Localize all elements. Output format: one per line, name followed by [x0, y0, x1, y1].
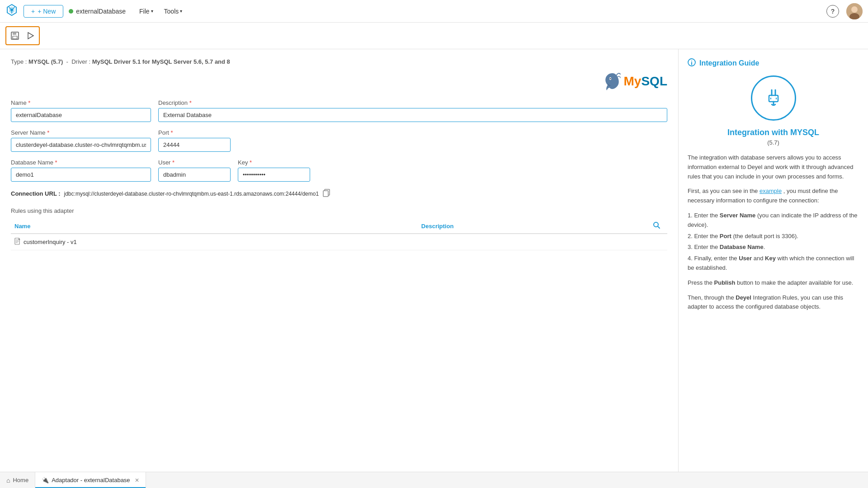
db-indicator: externalDatabase: [69, 8, 126, 15]
file-chevron-icon: ▾: [151, 9, 153, 14]
mysql-logo: MySQL: [601, 70, 667, 92]
status-dot: [69, 9, 73, 14]
help-button[interactable]: ?: [826, 5, 839, 18]
logo-icon[interactable]: [5, 4, 18, 19]
nav-menu: File ▾ Tools ▾: [135, 5, 187, 17]
server-name-label: Server Name *: [11, 129, 151, 136]
db-name-label: Database Name *: [11, 159, 151, 166]
tools-chevron-icon: ▾: [180, 9, 182, 14]
new-button[interactable]: + + New: [24, 5, 63, 18]
guide-title: Integration Guide: [699, 59, 759, 67]
db-name-label: externalDatabase: [76, 8, 126, 15]
form-row-1: Name * Description *: [11, 99, 667, 122]
key-input[interactable]: [238, 168, 310, 182]
tab-home-label: Home: [13, 477, 28, 483]
database-name-input[interactable]: [11, 168, 151, 182]
name-input[interactable]: [11, 108, 151, 122]
svg-line-13: [658, 226, 660, 228]
port-field: Port *: [158, 129, 231, 152]
nav-right: ?: [826, 3, 863, 19]
plug-icon: [762, 86, 785, 110]
file-menu[interactable]: File ▾: [135, 5, 158, 17]
server-name-input[interactable]: [11, 138, 151, 152]
tab-adapter-label: Adaptador - externalDatabase: [52, 477, 130, 483]
guide-para-2: First, as you can see in the example , y…: [688, 187, 859, 206]
port-label: Port *: [158, 129, 231, 136]
guide-steps: 1. Enter the Server Name (you can indica…: [688, 211, 859, 273]
save-button[interactable]: [7, 28, 23, 43]
search-rules-button[interactable]: [653, 222, 660, 230]
toolbar: [0, 23, 868, 49]
type-driver-line: Type : MYSQL (5.7) - Driver : MySQL Driv…: [11, 58, 667, 65]
mysql-logo-area: MySQL: [11, 70, 667, 92]
toolbar-group: [5, 26, 40, 45]
guide-step-3: 3. Enter the Database Name.: [688, 243, 859, 252]
name-label: Name *: [11, 99, 151, 106]
col-description-header: Description: [418, 219, 649, 234]
top-nav: + + New externalDatabase File ▾ Tools ▾ …: [0, 0, 868, 23]
server-name-field: Server Name *: [11, 129, 151, 152]
copy-url-button[interactable]: [322, 189, 330, 198]
name-required: *: [28, 99, 30, 106]
content-area: Type : MYSQL (5.7) - Driver : MySQL Driv…: [0, 49, 678, 472]
svg-point-2: [851, 6, 858, 13]
user-avatar[interactable]: [846, 3, 863, 19]
database-name-field: Database Name *: [11, 159, 151, 182]
bottom-bar: ⌂ Home 🔌 Adaptador - externalDatabase ✕: [0, 472, 868, 488]
rule-name[interactable]: customerInquiry - v1: [24, 239, 77, 245]
description-input[interactable]: [158, 108, 667, 122]
svg-rect-11: [323, 191, 328, 197]
connection-url-label: Connection URL :: [11, 190, 61, 197]
rule-item: customerInquiry - v1: [14, 238, 414, 246]
rules-title: Rules using this adapter: [11, 207, 667, 214]
description-label: Description *: [158, 99, 667, 106]
guide-header: Integration Guide: [688, 58, 859, 68]
server-required: *: [47, 129, 49, 136]
guide-body: The integration with database servers al…: [688, 153, 859, 312]
plus-icon: +: [31, 8, 35, 15]
name-field: Name *: [11, 99, 151, 122]
table-row: customerInquiry - v1: [11, 234, 667, 250]
key-label: Key *: [238, 159, 310, 166]
user-label: User *: [158, 159, 231, 166]
port-required: *: [170, 129, 173, 136]
guide-para-3: Press the Publish button to make the ada…: [688, 278, 859, 288]
adapter-tab-icon: 🔌: [42, 477, 49, 483]
guide-integration-title: Integration with MYSQL: [688, 128, 859, 137]
guide-para-1: The integration with database servers al…: [688, 153, 859, 181]
description-field: Description *: [158, 99, 667, 122]
user-input[interactable]: [158, 168, 231, 182]
tab-home[interactable]: ⌂ Home: [0, 472, 35, 488]
tools-menu[interactable]: Tools ▾: [160, 5, 187, 17]
home-icon: ⌂: [6, 477, 10, 484]
desc-required: *: [189, 99, 192, 106]
right-panel: Integration Guide Integration with MYSQL…: [678, 49, 868, 472]
info-icon: [688, 58, 696, 68]
key-required: *: [250, 159, 252, 166]
guide-version: (5.7): [688, 139, 859, 146]
guide-step-2: 2. Enter the Port (the default port is 3…: [688, 232, 859, 241]
svg-marker-7: [28, 33, 33, 39]
guide-step-4: 4. Finally, enter the User and Key with …: [688, 254, 859, 273]
col-name-header: Name: [11, 219, 418, 234]
user-required: *: [172, 159, 175, 166]
user-field: User *: [158, 159, 231, 182]
integration-icon-circle: [751, 75, 796, 121]
mysql-dolphin-icon: [601, 70, 623, 92]
rules-table: Name Description: [11, 219, 667, 250]
rule-file-icon: [14, 238, 21, 246]
port-input[interactable]: [158, 138, 231, 152]
rule-description: [418, 234, 649, 250]
form-row-2: Server Name * Port *: [11, 129, 667, 152]
db-required: *: [55, 159, 57, 166]
guide-example-link[interactable]: example: [760, 188, 782, 194]
tab-adapter[interactable]: 🔌 Adaptador - externalDatabase ✕: [35, 472, 146, 488]
svg-point-19: [691, 61, 692, 61]
tab-close-button[interactable]: ✕: [135, 477, 139, 483]
run-button[interactable]: [23, 28, 38, 43]
key-field: Key *: [238, 159, 310, 182]
svg-rect-5: [13, 32, 16, 35]
guide-step-1: 1. Enter the Server Name (you can indica…: [688, 211, 859, 230]
form-row-3: Database Name * User * Key *: [11, 159, 667, 182]
connection-url-value: jdbc:mysql://clusterdeyel-database.clust…: [64, 191, 319, 197]
